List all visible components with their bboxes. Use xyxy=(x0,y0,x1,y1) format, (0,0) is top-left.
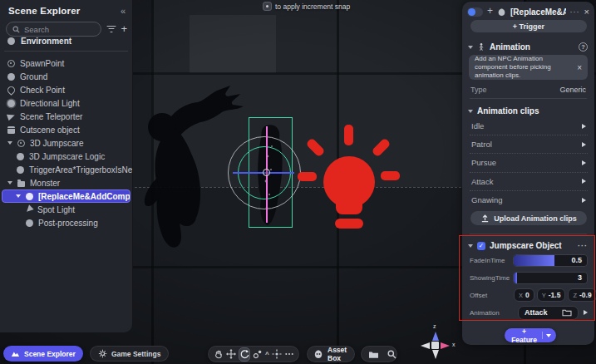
type-row[interactable]: Type Generic xyxy=(470,86,586,94)
animation-section-header[interactable]: Animation ? xyxy=(468,42,588,52)
sidebar-item-post-processing[interactable]: Post-processing xyxy=(0,216,132,229)
sidebar-item-3d-jumpscare[interactable]: 3D Jumpscare xyxy=(0,136,132,150)
expand-right-icon xyxy=(582,124,586,129)
component-toggle[interactable] xyxy=(467,7,483,17)
axis-cone[interactable] xyxy=(432,350,439,359)
rotate-tool-active[interactable] xyxy=(239,347,250,362)
sidebar-item-scene-teleporter[interactable]: Scene Teleporter xyxy=(0,110,132,123)
bottom-tabs: Scene Explorer Game Settings xyxy=(3,346,169,362)
clip-row-idle[interactable]: Idle xyxy=(470,117,588,135)
bulb-ray xyxy=(344,125,353,145)
spotlight-bulb-gizmo[interactable] xyxy=(296,116,404,241)
axis-center-cube[interactable] xyxy=(431,342,439,349)
offset-row: Offset X0 Y-1.5 Z-0.9 xyxy=(470,288,588,302)
offset-z-field[interactable]: Z-0.9 xyxy=(568,288,596,302)
play-animation-icon[interactable] xyxy=(584,310,588,315)
sidebar-item-check-point[interactable]: Check Point xyxy=(0,83,132,96)
trigger-area-icon xyxy=(17,166,24,174)
more-options-icon[interactable]: ··· xyxy=(578,242,588,250)
animation-clips-header[interactable]: Animation clips xyxy=(468,106,588,116)
sidebar-item-triggerarea[interactable]: TriggerArea*TriggerboxIsNecessary xyxy=(0,163,132,176)
pan-hand-tool[interactable] xyxy=(214,347,224,361)
sidebar-item-spot-light[interactable]: Spot Light xyxy=(0,203,132,216)
expand-caret-icon[interactable] xyxy=(7,141,12,145)
fadein-row: FadeInTime 0.5 xyxy=(470,253,588,267)
sidebar-item-ground[interactable]: Ground xyxy=(0,70,132,83)
environment-icon xyxy=(7,37,15,45)
clip-row-pursue[interactable]: Pursue xyxy=(470,154,588,172)
teleporter-icon xyxy=(7,112,16,121)
section-caret-icon[interactable] xyxy=(468,46,473,49)
jumpscare-checkbox[interactable]: ✓ xyxy=(477,242,485,250)
search-input[interactable] xyxy=(24,25,95,34)
clip-row-gnawing[interactable]: Gnawing xyxy=(470,191,588,209)
expand-caret-icon[interactable] xyxy=(16,194,21,198)
modifier-key-icon xyxy=(263,2,272,11)
npc-icon xyxy=(497,7,506,17)
expand-right-icon xyxy=(582,198,586,203)
axis-x-label: x xyxy=(452,342,456,347)
expand-caret-icon[interactable] xyxy=(7,181,12,184)
upload-animation-clips-button[interactable]: Upload Animation clips xyxy=(470,211,587,225)
jumpscare-section-header[interactable]: ✓ Jumpscare Object ··· xyxy=(468,241,588,250)
filter-icon[interactable] xyxy=(106,26,116,33)
button-divider xyxy=(542,332,543,339)
sidebar-item-monster[interactable]: Monster xyxy=(0,176,132,189)
showingtime-row: ShowingTime 3 xyxy=(470,271,588,284)
close-icon[interactable]: × xyxy=(584,7,589,17)
transform-toolbar: ^ xyxy=(208,346,299,362)
folder-icon[interactable] xyxy=(368,350,379,359)
expand-right-icon xyxy=(582,142,586,147)
gizmo-center-handle[interactable] xyxy=(263,169,270,176)
offset-x-field[interactable]: X0 xyxy=(514,288,534,302)
fadein-slider[interactable]: 0.5 xyxy=(513,254,588,267)
asset-box-button[interactable]: Asset Box xyxy=(307,346,355,362)
clip-row-patrol[interactable]: Patrol xyxy=(470,135,588,154)
sidebar-item-replaceme-selected[interactable]: [ReplaceMe&AddComponent]M... xyxy=(2,189,131,203)
move-tool[interactable] xyxy=(226,347,236,361)
axis-x-cone[interactable] xyxy=(441,342,450,349)
add-feature-button[interactable]: + Feature xyxy=(505,328,556,342)
logic-icon xyxy=(17,153,24,160)
divider xyxy=(470,234,587,234)
snap-settings-tool[interactable] xyxy=(272,347,282,361)
scene-tree: SpawnPoint Ground Check Point Directiona… xyxy=(0,57,132,229)
collapse-panel-icon[interactable]: « xyxy=(121,6,126,16)
inspector-title: [ReplaceMe&A... xyxy=(510,7,566,17)
help-icon[interactable]: ? xyxy=(579,42,588,52)
section-caret-icon[interactable] xyxy=(468,244,473,248)
offset-y-field[interactable]: Y-1.5 xyxy=(537,288,566,302)
axis-z-cone[interactable] xyxy=(432,332,439,341)
sidebar-item-cutscene-object[interactable]: Cutscene object xyxy=(0,123,132,136)
tool-options-caret[interactable]: ^ xyxy=(265,351,269,358)
directional-light-icon xyxy=(7,100,15,107)
slider-fill xyxy=(514,255,554,266)
bulb-base xyxy=(335,219,363,229)
tab-game-settings[interactable]: Game Settings xyxy=(90,346,170,362)
sidebar-item-spawnpoint[interactable]: SpawnPoint xyxy=(0,57,132,70)
dismiss-notice-icon[interactable]: × xyxy=(577,63,582,72)
axis-cone[interactable] xyxy=(421,342,430,349)
more-tools-icon[interactable] xyxy=(284,347,294,361)
sidebar-item-3d-jumpscare-logic[interactable]: 3D Jumpscare Logic xyxy=(0,150,132,163)
scene-explorer-panel: Scene Explorer « + Environment SpawnPoin… xyxy=(0,0,133,332)
more-options-icon[interactable]: ··· xyxy=(570,7,580,16)
showingtime-slider[interactable]: 3 xyxy=(513,272,588,284)
axis-orientation-widget[interactable]: z x xyxy=(416,324,457,362)
add-component-icon[interactable]: + xyxy=(487,6,493,16)
add-object-button[interactable]: + xyxy=(121,23,127,34)
section-caret-icon[interactable] xyxy=(468,110,473,113)
search-icon[interactable] xyxy=(387,350,397,359)
tab-scene-explorer[interactable]: Scene Explorer xyxy=(3,346,83,362)
folder-icon[interactable] xyxy=(562,308,572,317)
sidebar-item-environment[interactable]: Environment xyxy=(0,34,132,48)
clip-row-attack[interactable]: Attack xyxy=(470,173,588,191)
gear-icon xyxy=(98,349,107,358)
animation-dropdown[interactable]: Attack xyxy=(518,306,579,320)
scale-tool[interactable] xyxy=(253,347,263,361)
sidebar-item-directional-light[interactable]: Directional Light xyxy=(0,96,132,110)
add-trigger-button[interactable]: + Trigger xyxy=(470,20,587,32)
chevron-down-icon[interactable] xyxy=(546,334,551,337)
post-processing-icon xyxy=(26,219,33,227)
divider xyxy=(4,51,128,52)
